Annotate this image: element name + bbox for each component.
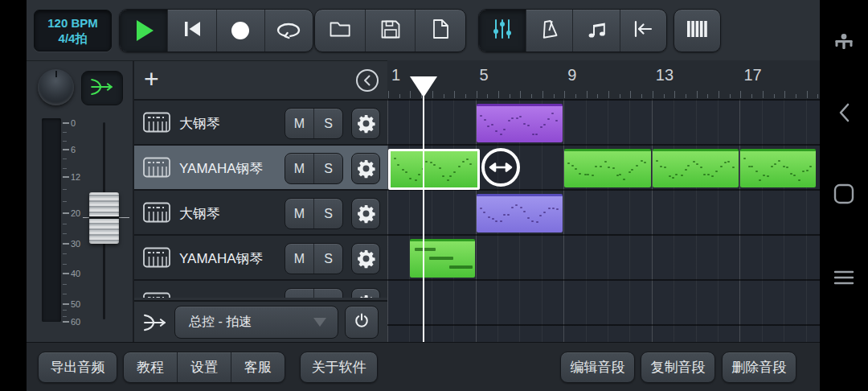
copy-clip-button[interactable]: 复制音段 bbox=[641, 352, 715, 383]
playhead-marker[interactable] bbox=[410, 76, 437, 97]
midi-note bbox=[806, 170, 809, 171]
track-row[interactable]: YAMAHA钢琴MS bbox=[134, 236, 389, 281]
ruler-tick bbox=[587, 91, 588, 98]
accessibility-shortcut-icon[interactable] bbox=[820, 32, 868, 58]
ruler-tick bbox=[531, 94, 532, 98]
midi-note bbox=[763, 175, 765, 176]
skip-to-start-button[interactable] bbox=[168, 10, 216, 51]
green-pattern-clip[interactable] bbox=[410, 239, 474, 278]
master-mixer-strip: 06122030405060 bbox=[27, 60, 133, 343]
track-row[interactable]: 大钢琴MS bbox=[134, 191, 389, 236]
track-row[interactable]: YAMAHA钢琴MS bbox=[134, 146, 389, 191]
export-audio-button[interactable]: 导出音频 bbox=[38, 352, 117, 383]
delete-clip-button[interactable]: 删除音段 bbox=[722, 352, 796, 383]
mute-button[interactable]: M bbox=[285, 199, 314, 228]
midi-note bbox=[612, 167, 615, 169]
record-button[interactable] bbox=[217, 10, 265, 51]
ruler-tick bbox=[608, 91, 609, 98]
clip-move-handle[interactable] bbox=[481, 148, 520, 187]
midi-note bbox=[556, 208, 559, 210]
open-folder-button[interactable] bbox=[315, 10, 366, 51]
green-pattern-clip[interactable] bbox=[388, 149, 480, 190]
scale-minor-tick bbox=[63, 158, 67, 159]
settings-button[interactable]: 设置 bbox=[178, 352, 231, 382]
track-name: 大钢琴 bbox=[179, 204, 220, 223]
support-button[interactable]: 客服 bbox=[231, 352, 285, 382]
master-target-dropdown[interactable]: 总控 - 拍速 bbox=[174, 306, 338, 339]
midi-note bbox=[447, 179, 449, 181]
clip-lanes[interactable] bbox=[387, 99, 820, 342]
folder-icon bbox=[328, 19, 352, 43]
save-button[interactable] bbox=[366, 10, 416, 51]
solo-button[interactable]: S bbox=[314, 109, 342, 138]
edit-clip-button[interactable]: 编辑音段 bbox=[560, 352, 635, 383]
green-pattern-clip[interactable] bbox=[653, 149, 739, 187]
midi-note bbox=[442, 175, 444, 177]
ruler-tick bbox=[498, 91, 499, 98]
recents-nav-icon[interactable] bbox=[820, 268, 868, 287]
track-settings-button[interactable] bbox=[351, 288, 380, 298]
playhead-line bbox=[423, 97, 424, 342]
track-name: YAMAHA钢琴 bbox=[179, 249, 264, 268]
record-icon bbox=[231, 22, 249, 39]
solo-button[interactable]: S bbox=[314, 154, 342, 183]
route-button[interactable] bbox=[81, 71, 123, 105]
solo-button[interactable]: S bbox=[314, 289, 342, 298]
add-track-button[interactable]: + bbox=[144, 64, 159, 94]
purple-pattern-clip[interactable] bbox=[477, 194, 563, 233]
bpm-display[interactable]: 120 BPM 4/4拍 bbox=[34, 10, 112, 51]
bar-ruler[interactable]: 1591317 bbox=[387, 60, 820, 100]
master-power-button[interactable] bbox=[345, 306, 379, 339]
mixer-view-button[interactable] bbox=[479, 10, 526, 51]
pattern-notes-button[interactable] bbox=[573, 10, 620, 51]
track-settings-button[interactable] bbox=[351, 153, 380, 184]
midi-note bbox=[480, 115, 482, 117]
ruler-tick bbox=[388, 91, 389, 98]
green-pattern-clip[interactable] bbox=[564, 149, 651, 187]
piano-keyboard-button[interactable] bbox=[674, 9, 721, 52]
midi-note-long bbox=[449, 265, 473, 269]
ruler-tick bbox=[554, 94, 555, 98]
midi-note bbox=[608, 167, 610, 168]
mute-button[interactable]: M bbox=[285, 154, 314, 183]
solo-button[interactable]: S bbox=[314, 199, 342, 228]
purple-pattern-clip[interactable] bbox=[477, 104, 563, 142]
midi-note bbox=[425, 161, 428, 163]
collapse-panel-button[interactable] bbox=[355, 68, 379, 96]
snap-to-start-button[interactable] bbox=[620, 10, 667, 51]
metronome-button[interactable] bbox=[526, 10, 574, 51]
midi-note bbox=[507, 214, 510, 216]
track-settings-button[interactable] bbox=[351, 243, 380, 274]
ruler-tick bbox=[784, 91, 785, 98]
track-row-partial[interactable]: MS bbox=[134, 281, 389, 298]
green-pattern-clip[interactable] bbox=[740, 149, 816, 187]
mute-button[interactable]: M bbox=[285, 109, 314, 138]
volume-fader-handle[interactable] bbox=[89, 192, 119, 244]
track-row[interactable]: 大钢琴MS bbox=[134, 101, 389, 146]
master-route-icon bbox=[141, 311, 170, 337]
solo-button[interactable]: S bbox=[314, 244, 342, 274]
play-button[interactable] bbox=[120, 10, 168, 51]
music-notes-icon bbox=[585, 19, 608, 43]
home-nav-icon[interactable] bbox=[820, 183, 868, 204]
ruler-tick bbox=[686, 94, 686, 98]
midi-note bbox=[539, 215, 542, 216]
new-project-button[interactable] bbox=[416, 10, 465, 51]
pan-knob[interactable] bbox=[38, 69, 74, 105]
midi-note bbox=[540, 126, 542, 128]
bpm-value: 120 BPM bbox=[47, 15, 98, 31]
back-nav-icon[interactable] bbox=[820, 101, 868, 124]
about-button[interactable]: 关于软件 bbox=[300, 352, 378, 383]
track-settings-button[interactable] bbox=[351, 108, 380, 139]
mute-button[interactable]: M bbox=[285, 289, 314, 298]
mute-solo-group: MS bbox=[285, 288, 343, 298]
loop-button[interactable] bbox=[265, 10, 313, 51]
ruler-tick bbox=[664, 94, 665, 98]
metronome-icon bbox=[538, 18, 560, 43]
tutorial-button[interactable]: 教程 bbox=[124, 352, 178, 382]
track-settings-button[interactable] bbox=[351, 198, 380, 229]
midi-note bbox=[715, 171, 718, 172]
midi-note bbox=[402, 169, 404, 171]
midi-note bbox=[685, 169, 687, 171]
mute-button[interactable]: M bbox=[285, 244, 314, 274]
